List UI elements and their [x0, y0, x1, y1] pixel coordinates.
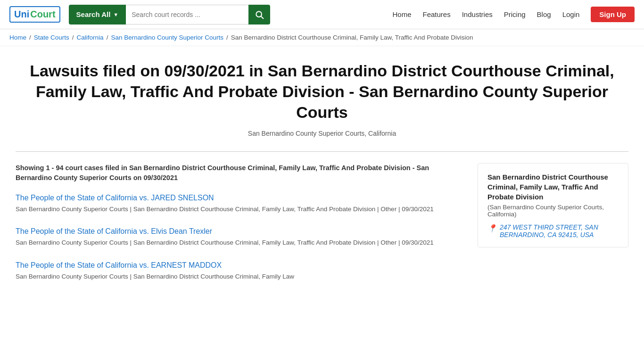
svg-line-1 [261, 16, 264, 18]
showing-text: Showing 1 - 94 court cases filed in San … [16, 163, 463, 184]
case-item: The People of the State of California vs… [16, 261, 463, 281]
nav-pricing[interactable]: Pricing [504, 10, 526, 18]
case-meta: San Bernardino County Superior Courts | … [16, 272, 463, 281]
search-icon [255, 10, 264, 19]
search-all-label: Search All [76, 10, 111, 18]
logo-uni-text: Uni [14, 9, 29, 20]
breadcrumb-sep-4: / [226, 34, 228, 41]
sidebar-court-sub: (San Bernardino County Superior Courts, … [487, 204, 619, 218]
main-nav: Home Features Industries Pricing Blog Lo… [392, 7, 635, 22]
nav-features[interactable]: Features [422, 10, 450, 18]
breadcrumb-state-courts[interactable]: State Courts [34, 34, 69, 41]
sidebar-address-text: 247 WEST THIRD STREET, SAN BERNARDINO, C… [500, 223, 619, 239]
case-title-link[interactable]: The People of the State of California vs… [16, 227, 463, 236]
case-title-link[interactable]: The People of the State of California vs… [16, 194, 463, 202]
map-pin-icon: 📍 [487, 223, 497, 234]
nav-industries[interactable]: Industries [462, 10, 493, 18]
breadcrumb-current: San Bernardino District Courthouse Crimi… [231, 34, 473, 41]
case-item: The People of the State of California vs… [16, 227, 463, 247]
breadcrumb-home[interactable]: Home [9, 34, 26, 41]
sidebar-column: San Bernardino District Courthouse Crimi… [478, 163, 628, 247]
sidebar-address: 📍 247 WEST THIRD STREET, SAN BERNARDINO,… [487, 223, 619, 239]
page-subtitle: San Bernardino County Superior Courts, C… [16, 130, 628, 137]
case-title-link[interactable]: The People of the State of California vs… [16, 261, 463, 270]
logo-court-text: Court [30, 9, 55, 20]
breadcrumb-california[interactable]: California [77, 34, 104, 41]
cases-column: Showing 1 - 94 court cases filed in San … [16, 163, 463, 295]
breadcrumb-sep-1: / [29, 34, 31, 41]
nav-home[interactable]: Home [392, 10, 411, 18]
sidebar-court-name: San Bernardino District Courthouse Crimi… [487, 172, 619, 202]
nav-blog[interactable]: Blog [537, 10, 551, 18]
content-row: Showing 1 - 94 court cases filed in San … [16, 163, 628, 295]
case-item: The People of the State of California vs… [16, 194, 463, 214]
nav-login[interactable]: Login [562, 10, 580, 18]
breadcrumb-sep-2: / [72, 34, 74, 41]
signup-button[interactable]: Sign Up [591, 7, 635, 22]
search-submit-button[interactable] [248, 5, 270, 25]
divider [16, 151, 628, 152]
site-header: Uni Court Search All ▼ Home Features Ind… [0, 0, 644, 29]
search-all-button[interactable]: Search All ▼ [69, 5, 126, 25]
breadcrumb-sep-3: / [107, 34, 108, 41]
showing-text-strong: Showing 1 - 94 court cases filed in San … [16, 164, 429, 182]
logo-link[interactable]: Uni Court [9, 6, 60, 23]
sidebar-card: San Bernardino District Courthouse Crimi… [478, 163, 628, 247]
search-input[interactable] [126, 5, 248, 25]
breadcrumb: Home / State Courts / California / San B… [0, 29, 644, 46]
breadcrumb-sb-courts[interactable]: San Bernardino County Superior Courts [111, 34, 223, 41]
chevron-down-icon: ▼ [113, 12, 118, 17]
main-content: Lawsuits filed on 09/30/2021 in San Bern… [6, 46, 638, 304]
case-meta: San Bernardino County Superior Courts | … [16, 238, 463, 247]
case-meta: San Bernardino County Superior Courts | … [16, 205, 463, 214]
page-title: Lawsuits filed on 09/30/2021 in San Bern… [16, 60, 628, 123]
search-group: Search All ▼ [69, 5, 271, 25]
